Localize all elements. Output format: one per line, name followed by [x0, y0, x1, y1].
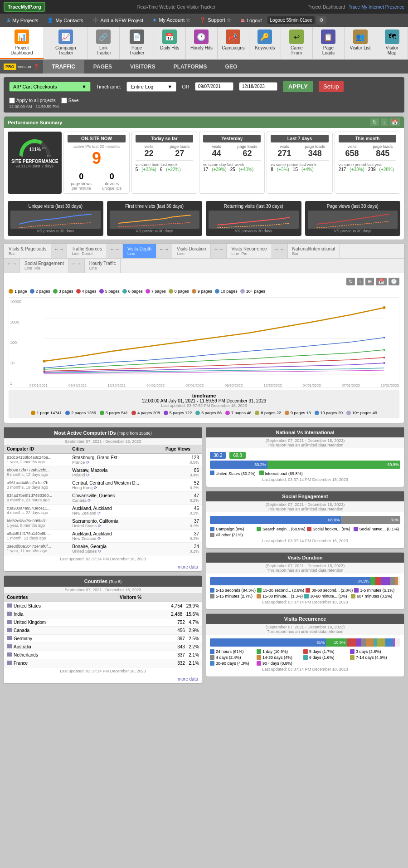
national-intl-updated: Last updated: 03:37:14 PM December 18, 2…	[210, 476, 400, 483]
tool-campaign-tracker[interactable]: 📈 Campaign Tracker	[44, 27, 87, 59]
time-display: 12:00:00 AM 11:59:59 PM	[9, 104, 79, 109]
trace-link[interactable]: Trace My Internet Presence	[349, 5, 404, 10]
arrow-5[interactable]: ←→	[272, 244, 288, 258]
share-button[interactable]: ↑	[381, 118, 388, 126]
keywords-icon: 🔑	[257, 29, 272, 44]
site-perf-label: SITE PERFORMANCE	[11, 159, 58, 164]
tab-traffic-sources[interactable]: Traffic SourcesLine Donut	[67, 244, 107, 258]
arrow-3[interactable]: ←→	[156, 244, 172, 258]
table-row: Germany 397 2.5%	[4, 635, 202, 643]
projects-icon: ⊞	[6, 17, 10, 23]
tab-social-engagement[interactable]: Social EngagementLine Pie	[20, 259, 69, 273]
svg-text:70: 70	[33, 139, 36, 142]
yesterday-box: Yesterday visits 44 page loads 62 vs sam…	[199, 132, 265, 194]
date-from-input[interactable]	[195, 82, 233, 91]
save-label[interactable]: Save	[61, 98, 79, 103]
tab-visits-recurrence[interactable]: Visits RecurrenceLine Pie	[227, 244, 272, 258]
chart-expand-btn[interactable]: ⊞	[365, 278, 374, 285]
settings-icon[interactable]: ⚙	[316, 16, 326, 25]
chart-clock-btn[interactable]: 🕐	[389, 278, 399, 285]
today-loads: 27	[166, 149, 193, 158]
tool-campaigns[interactable]: 📣 Campaigns	[218, 27, 249, 59]
chart-area: ↻ ↑ ⊞ 📅 🕐 1 page2 pages3 pages4 pages5 p…	[4, 273, 404, 423]
chart-refresh-btn[interactable]: ↻	[346, 278, 355, 285]
tool-came-from[interactable]: ↩ Came From	[281, 27, 313, 59]
timeframe-info: timeframe 12:00:00 AM July 01, 2021 - 11…	[9, 390, 399, 418]
svg-point-15	[384, 349, 385, 351]
thismonth-vs-vals: 217 (+33%) 239 (+28%)	[339, 167, 396, 172]
apply-all-projects-checkbox[interactable]	[9, 98, 15, 103]
visits-duration-date: (September 07, 2021 - December 18, 2023)…	[206, 563, 404, 574]
setup-button[interactable]: Setup	[319, 81, 344, 92]
chart-calendar-btn[interactable]: 📅	[376, 278, 387, 285]
today-visits: 22	[136, 149, 163, 158]
legend-item: 9 pages	[192, 289, 212, 294]
help-icon[interactable]: ❓	[33, 64, 39, 70]
arrow-7[interactable]: ←→	[69, 259, 85, 273]
performance-summary: Performance Summary ↻ ↑ 📅 111% 0 70 100 …	[4, 116, 404, 240]
nav-support[interactable]: ❓ Support ☆	[196, 15, 235, 25]
visits-recurrence-legend: 24 hours (61%)1 day (10.9%)5 days (1.7%)…	[210, 649, 400, 666]
campaign-tracker-icon: 📈	[58, 29, 73, 44]
tab-visits-pageloads[interactable]: Visits & PageloadsBar	[4, 244, 51, 258]
legend-item: 8 pages	[169, 289, 189, 294]
subnav-geo[interactable]: GEO	[216, 60, 247, 74]
table-row: 83dc64168fc4a8c24ba... 1 year, 2 months …	[4, 454, 202, 466]
tab-hourly-traffic[interactable]: Hourly TrafficLine	[85, 259, 121, 273]
tool-page-loads[interactable]: 📋 Page Loads	[313, 27, 345, 59]
nav-logout[interactable]: ⏏ Logout	[237, 15, 266, 25]
legend-item: 14-30 days (4%)	[257, 655, 302, 660]
tool-hourly-hits[interactable]: 🕐 Hourly Hits	[186, 27, 218, 59]
today-box: Today so far visits 22 page loads 27 vs …	[131, 132, 197, 194]
arrow-2[interactable]: ←→	[107, 244, 123, 258]
svg-text:100: 100	[42, 147, 47, 149]
timeframe-dropdown[interactable]: Entire Log ▼	[126, 82, 176, 92]
apply-all-projects-label[interactable]: Apply to all projects	[9, 98, 56, 103]
arrow-4[interactable]: ←→	[211, 244, 227, 258]
header-center-text: Real-Time Website Geo Visitor Tracker	[137, 5, 216, 10]
tool-keywords[interactable]: 🔑 Keywords	[249, 27, 281, 59]
top-header: TraceMyIP.org Real-Time Website Geo Visi…	[0, 0, 408, 14]
subnav-visitors[interactable]: VISITORS	[121, 60, 165, 74]
arrow-6[interactable]: ←→	[4, 259, 20, 273]
national-intl-legend: United States (30.2%) International (69.…	[210, 471, 400, 476]
refresh-button[interactable]: ↻	[370, 118, 379, 126]
yesterday-visits: 44	[203, 149, 230, 158]
bottom-right: National Vs International (September 07,…	[206, 427, 404, 687]
calendar-button[interactable]: 📅	[389, 118, 400, 126]
tool-page-tracker[interactable]: 📄 Page Tracker	[120, 27, 154, 59]
nav-add-project[interactable]: ➕ Add a NEW Project	[89, 15, 147, 25]
chevron-down-icon: ▼	[82, 84, 87, 89]
computer-ids-more[interactable]: more data	[4, 563, 202, 571]
legend-item: 5-15 seconds (84.3%)	[210, 588, 256, 593]
project-dropdown[interactable]: AIP Cart Checkouts ▼	[9, 82, 91, 92]
nav-my-projects[interactable]: ⊞ My Projects	[3, 15, 42, 25]
apply-button[interactable]: APPLY	[283, 81, 313, 92]
tool-visitor-map[interactable]: 🗺 Visitor Map	[376, 27, 408, 59]
arrow-1[interactable]: ←→	[51, 244, 67, 258]
tool-visitor-list[interactable]: 👥 Visitor List	[345, 27, 376, 59]
tool-project-dashboard[interactable]: 📊 Project Dashboard	[0, 27, 44, 59]
svg-text:111%: 111%	[29, 147, 41, 152]
subnav-pages[interactable]: PAGES	[84, 60, 121, 74]
tab-visits-depth[interactable]: Visits DepthLine	[123, 244, 156, 258]
social-engagement-panel: Social Engagement (September 07, 2021 - …	[206, 491, 404, 549]
last7-vs-label: vs same period last week	[271, 162, 328, 167]
subnav-platforms[interactable]: PLATFORMS	[165, 60, 216, 74]
countries-more[interactable]: more data	[4, 675, 202, 683]
date-to-input[interactable]	[239, 82, 277, 91]
svg-text:130: 130	[47, 155, 52, 157]
visits-recurrence-content: 61% 10.9% 24 hours (61%)1 day (10.9%)5 d…	[206, 635, 404, 677]
chart-share-btn[interactable]: ↑	[357, 278, 364, 285]
tool-daily-hits[interactable]: 📅 Daily Hits	[154, 27, 186, 59]
tab-national-intl[interactable]: National/InternationalBar	[288, 244, 340, 258]
tool-link-tracker[interactable]: 🔗 Link Tracker	[87, 27, 120, 59]
x-axis: 07/01/2021 09/30/2021 12/30/2021 04/01/2…	[29, 383, 399, 387]
chevron-down-icon2: ▼	[167, 84, 172, 89]
tab-visits-duration[interactable]: Visits DurationLine	[172, 244, 211, 258]
last7-vs-vals: 8 (+3%) 15 (+4%)	[271, 167, 328, 172]
subnav-traffic[interactable]: TRAFFIC	[43, 60, 84, 74]
nav-my-contacts[interactable]: 👤 My Contacts	[44, 15, 87, 25]
nav-my-account[interactable]: ★ My Account ☆	[149, 15, 194, 25]
save-checkbox[interactable]	[61, 98, 67, 103]
